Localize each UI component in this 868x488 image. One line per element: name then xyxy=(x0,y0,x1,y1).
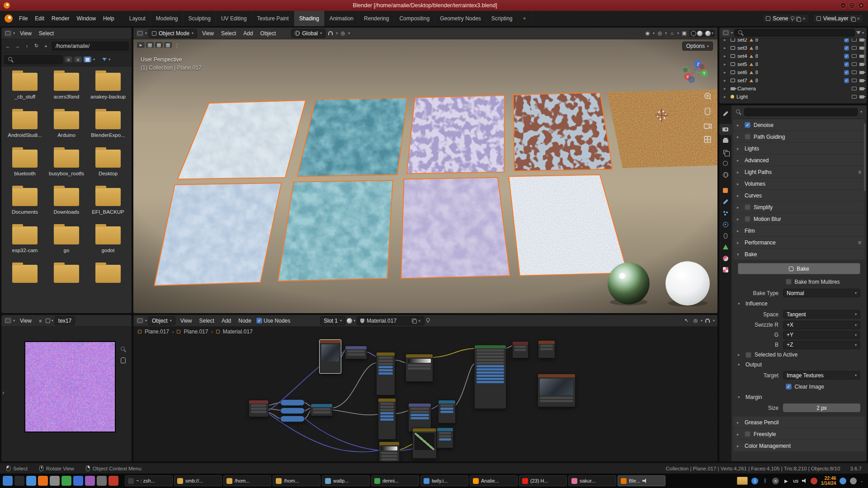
node-snap-icon[interactable] xyxy=(704,317,712,324)
music-player-icon[interactable] xyxy=(108,476,118,486)
selected-to-active-checkbox[interactable] xyxy=(745,352,751,358)
disable-in-render-icon[interactable] xyxy=(859,55,864,58)
folder-item[interactable]: go xyxy=(46,226,87,253)
taskbar-window-button[interactable]: sakur... xyxy=(568,475,616,486)
workspace-tab-compositing[interactable]: Compositing xyxy=(394,11,435,26)
workspace-tab-rendering[interactable]: Rendering xyxy=(359,11,394,26)
settings-icon[interactable] xyxy=(97,476,107,486)
subpanel-selected-to-active[interactable]: ▸Selected to Active xyxy=(731,350,867,360)
disable-in-render-icon[interactable] xyxy=(859,47,864,50)
browse-material-icon[interactable] xyxy=(347,318,352,324)
folder-item[interactable] xyxy=(46,265,87,283)
file-manager-icon[interactable] xyxy=(26,476,36,486)
properties-search-input[interactable] xyxy=(744,108,858,116)
node-overlays-chevron-icon[interactable]: ▾ xyxy=(701,319,703,323)
snap-chevron-icon[interactable]: ▾ xyxy=(336,31,338,35)
outliner-row[interactable]: ▸Light xyxy=(719,93,867,101)
unlink-scene-icon[interactable]: × xyxy=(802,16,805,21)
image-menu-icon[interactable]: ≡ xyxy=(37,317,44,324)
terrain-plane[interactable] xyxy=(513,93,613,171)
zoom-icon[interactable] xyxy=(121,347,126,352)
shading-material-preview-icon[interactable] xyxy=(703,33,704,34)
snap-icon[interactable] xyxy=(327,29,335,37)
disable-in-viewport-icon[interactable] xyxy=(852,87,857,90)
toolbar-toggle-icon[interactable]: ‹ xyxy=(134,159,136,166)
tab-modifiers-properties[interactable] xyxy=(719,196,731,207)
outliner-row[interactable]: ▸set38 xyxy=(719,44,867,52)
panel-header-motion-blur[interactable]: ▸Motion Blur xyxy=(733,213,865,225)
exclude-checkbox[interactable] xyxy=(844,46,849,51)
disable-in-render-icon[interactable] xyxy=(859,38,864,42)
expand-icon[interactable]: ▸ xyxy=(724,46,728,50)
image-datablock-icon[interactable] xyxy=(46,319,50,323)
shader-node[interactable] xyxy=(319,339,341,374)
outliner-row[interactable]: ▸set58 xyxy=(719,60,867,68)
clipboard-thumbnail[interactable] xyxy=(737,477,748,485)
tab-constraints-properties[interactable] xyxy=(719,230,731,241)
taskbar-window-button[interactable]: denni... xyxy=(371,475,419,486)
shader-node[interactable] xyxy=(345,346,367,359)
options-button[interactable]: Options▾ xyxy=(682,42,713,51)
editor-type-icon-file-browser[interactable] xyxy=(4,30,12,37)
pan-hand-icon[interactable] xyxy=(121,357,126,363)
workspace-tab-layout[interactable]: Layout xyxy=(124,11,151,26)
taskbar-window-button[interactable]: wallp... xyxy=(322,475,370,486)
shader-node[interactable] xyxy=(280,416,305,422)
text-editor-icon[interactable] xyxy=(73,476,83,486)
media-player-icon[interactable] xyxy=(61,476,71,486)
mode-select[interactable]: Object Mode▾ xyxy=(148,29,197,38)
disable-in-render-icon[interactable] xyxy=(859,95,864,99)
shader-type-select[interactable]: Object▾ xyxy=(148,316,175,325)
expand-icon[interactable]: ▸ xyxy=(724,94,728,99)
select-mode-icon[interactable]: ▦ xyxy=(155,42,163,48)
shader-node[interactable] xyxy=(249,400,269,417)
minimize-icon[interactable]: – xyxy=(840,2,846,9)
panel-header-denoise[interactable]: ▸Denoise xyxy=(733,119,865,131)
expand-icon[interactable]: ▸ xyxy=(724,70,728,75)
workspace-tab-scripting[interactable]: Scripting xyxy=(486,11,518,26)
workspace-tab-animation[interactable]: Animation xyxy=(325,11,359,26)
workspace-tab-shading[interactable]: Shading xyxy=(294,11,325,26)
bake-button[interactable]: Bake xyxy=(738,263,860,274)
menu-select[interactable]: Select xyxy=(35,28,57,38)
terrain-plane[interactable] xyxy=(607,89,717,168)
file-search-input[interactable] xyxy=(4,55,63,64)
panel-header-advanced[interactable]: ▸Advanced xyxy=(733,155,865,166)
network-icon[interactable]: ≈ xyxy=(772,478,779,484)
display-vertical-list-icon[interactable]: ≡ xyxy=(65,56,72,62)
back-icon[interactable]: ← xyxy=(4,42,12,50)
expand-icon[interactable]: ▸ xyxy=(724,78,728,83)
tab-view-layer-properties[interactable] xyxy=(719,146,731,158)
panel-header-light-paths[interactable]: ▸Light Paths≡ xyxy=(733,166,865,178)
disable-in-render-icon[interactable] xyxy=(859,79,864,82)
menu-add[interactable]: Add xyxy=(218,316,235,326)
workspace-tab-uv-editing[interactable]: UV Editing xyxy=(216,11,252,26)
pin-icon[interactable] xyxy=(790,16,794,21)
shader-node[interactable] xyxy=(538,340,555,358)
web-browser-icon[interactable] xyxy=(38,476,48,486)
subpanel-margin[interactable]: ▾Margin xyxy=(731,392,867,402)
workspace-tab-geometry-nodes[interactable]: Geometry Nodes xyxy=(435,11,486,26)
folder-item[interactable]: busybox_rootfs xyxy=(46,150,87,176)
browse-image-chevron-icon[interactable]: ▾ xyxy=(52,319,53,323)
shader-node[interactable] xyxy=(379,441,400,462)
material-name-field[interactable]: Material.017 × xyxy=(357,316,425,325)
shading-wireframe-icon[interactable] xyxy=(691,31,696,36)
exclude-checkbox[interactable] xyxy=(844,78,849,83)
terrain-plane[interactable] xyxy=(278,180,393,281)
shader-node[interactable] xyxy=(311,404,333,416)
menu-view[interactable]: View xyxy=(198,28,217,38)
transform-orientation-select[interactable]: Global▾ xyxy=(291,29,326,38)
disable-in-viewport-icon[interactable] xyxy=(852,46,857,50)
gizmo-chevron-icon[interactable]: ▾ xyxy=(665,31,667,35)
panel-header-performance[interactable]: ▸Performance≡ xyxy=(733,237,865,248)
select-box-icon[interactable]: ▦ xyxy=(146,42,154,48)
folder-item[interactable]: Desktop xyxy=(87,150,129,176)
info-icon[interactable]: i xyxy=(751,478,758,484)
node-arrange-icon[interactable]: ↖ xyxy=(683,317,690,324)
shader-node[interactable] xyxy=(538,374,576,407)
select-extend-icon[interactable]: ▦ xyxy=(164,42,172,48)
image-name-field[interactable]: tex17 xyxy=(55,316,75,325)
display-horizontal-list-icon[interactable]: ≡ xyxy=(74,56,82,62)
clear-image-checkbox[interactable] xyxy=(786,384,792,389)
